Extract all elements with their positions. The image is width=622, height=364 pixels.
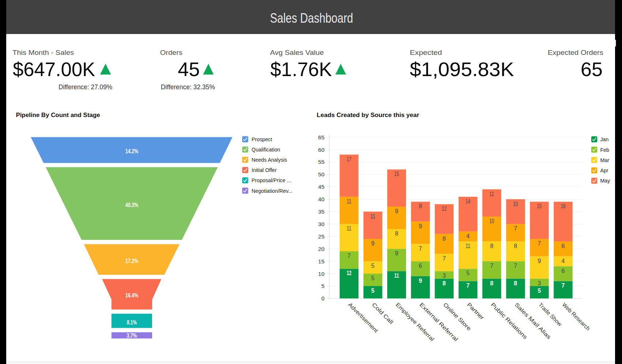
svg-text:65: 65 <box>318 134 325 140</box>
svg-text:45: 45 <box>178 58 200 80</box>
svg-text:Expected Orders: Expected Orders <box>548 49 603 56</box>
svg-text:8: 8 <box>514 280 517 286</box>
svg-text:6: 6 <box>419 263 422 269</box>
svg-text:11: 11 <box>394 273 399 279</box>
svg-text:3: 3 <box>443 273 446 279</box>
svg-text:65: 65 <box>581 58 603 80</box>
svg-text:17: 17 <box>347 156 352 162</box>
svg-text:Jan: Jan <box>600 136 609 142</box>
svg-text:14.2%: 14.2% <box>125 148 138 154</box>
svg-text:4: 4 <box>466 233 470 239</box>
svg-text:11: 11 <box>347 225 352 232</box>
svg-text:8.1%: 8.1% <box>127 319 137 326</box>
svg-text:Orders: Orders <box>160 49 183 56</box>
svg-text:Leads Created by Source this y: Leads Created by Source this year <box>317 112 420 118</box>
svg-text:8: 8 <box>490 243 494 249</box>
svg-text:$647.00K: $647.00K <box>13 58 95 80</box>
svg-text:9: 9 <box>371 240 375 247</box>
svg-text:10: 10 <box>513 201 518 207</box>
svg-text:9: 9 <box>538 258 541 264</box>
svg-text:10: 10 <box>490 218 494 224</box>
svg-text:7: 7 <box>466 282 470 289</box>
svg-text:7: 7 <box>538 240 541 247</box>
svg-text:Initial Offer: Initial Offer <box>252 167 277 173</box>
svg-text:10: 10 <box>318 271 325 277</box>
svg-text:Mar: Mar <box>600 157 610 163</box>
svg-text:11: 11 <box>490 191 494 197</box>
svg-text:7: 7 <box>348 253 351 259</box>
svg-text:8: 8 <box>514 243 517 249</box>
svg-text:9: 9 <box>395 250 398 256</box>
svg-text:3: 3 <box>538 280 541 286</box>
svg-text:Needs Analysis: Needs Analysis <box>252 157 287 163</box>
svg-text:0: 0 <box>321 295 325 301</box>
svg-text:9: 9 <box>419 223 422 229</box>
svg-text:5: 5 <box>466 270 470 276</box>
svg-text:16.4%: 16.4% <box>125 292 138 299</box>
svg-text:50: 50 <box>318 171 325 177</box>
svg-text:5: 5 <box>371 288 375 294</box>
svg-text:8: 8 <box>443 280 446 286</box>
svg-text:15: 15 <box>537 203 542 209</box>
svg-text:40.3%: 40.3% <box>125 202 138 208</box>
svg-text:35: 35 <box>318 209 325 215</box>
svg-text:7: 7 <box>490 263 494 269</box>
svg-text:$1.76K: $1.76K <box>270 58 332 80</box>
svg-text:Sales Dashboard: Sales Dashboard <box>270 11 353 26</box>
svg-text:Qualification: Qualification <box>252 147 280 153</box>
svg-text:May: May <box>600 178 611 184</box>
svg-text:7: 7 <box>514 263 517 269</box>
svg-text:5: 5 <box>321 283 325 289</box>
svg-text:16: 16 <box>561 203 566 209</box>
svg-text:Avg Sales Value: Avg Sales Value <box>270 49 324 56</box>
svg-text:7: 7 <box>514 225 517 232</box>
svg-text:20: 20 <box>318 246 325 252</box>
svg-text:55: 55 <box>318 159 325 165</box>
svg-text:Prospect: Prospect <box>252 136 272 142</box>
svg-text:45: 45 <box>318 184 325 190</box>
svg-text:14: 14 <box>466 198 471 204</box>
svg-text:11: 11 <box>466 243 471 249</box>
svg-text:11: 11 <box>371 213 375 219</box>
svg-text:7: 7 <box>562 282 565 289</box>
svg-text:30: 30 <box>318 221 325 227</box>
svg-text:This Month - Sales: This Month - Sales <box>12 49 74 56</box>
svg-text:6: 6 <box>562 243 565 249</box>
svg-text:Proposal/Price ...: Proposal/Price ... <box>252 177 291 183</box>
svg-text:25: 25 <box>318 233 325 240</box>
svg-text:8: 8 <box>419 203 422 209</box>
svg-text:12: 12 <box>347 270 352 276</box>
svg-text:5: 5 <box>538 288 541 294</box>
svg-text:5: 5 <box>371 263 375 269</box>
svg-text:6: 6 <box>562 268 565 274</box>
svg-text:Feb: Feb <box>600 147 610 153</box>
svg-text:8: 8 <box>395 230 398 237</box>
svg-text:8: 8 <box>443 236 446 242</box>
svg-text:4: 4 <box>562 258 565 264</box>
svg-text:Difference: 27.09%: Difference: 27.09% <box>59 83 112 91</box>
svg-text:7: 7 <box>419 245 422 252</box>
svg-text:5: 5 <box>371 275 375 281</box>
svg-text:9: 9 <box>395 208 398 214</box>
svg-text:8: 8 <box>490 280 494 286</box>
svg-text:$1,095.83K: $1,095.83K <box>410 58 514 80</box>
svg-text:Pipeline By Count and Stage: Pipeline By Count and Stage <box>16 112 100 118</box>
svg-text:15: 15 <box>394 171 399 177</box>
svg-text:17.2%: 17.2% <box>125 258 138 264</box>
svg-text:Negotiation/Rev...: Negotiation/Rev... <box>252 188 293 194</box>
svg-text:7: 7 <box>443 255 446 262</box>
svg-text:9: 9 <box>419 278 422 284</box>
svg-text:12: 12 <box>442 206 447 212</box>
svg-text:40: 40 <box>318 196 325 202</box>
svg-text:3.7%: 3.7% <box>127 333 137 339</box>
svg-text:Expected: Expected <box>410 49 442 56</box>
svg-text:Apr: Apr <box>600 168 608 173</box>
svg-text:11: 11 <box>347 198 352 204</box>
svg-text:60: 60 <box>318 147 325 153</box>
svg-text:15: 15 <box>318 258 325 264</box>
svg-text:Difference: 32.35%: Difference: 32.35% <box>161 83 215 91</box>
